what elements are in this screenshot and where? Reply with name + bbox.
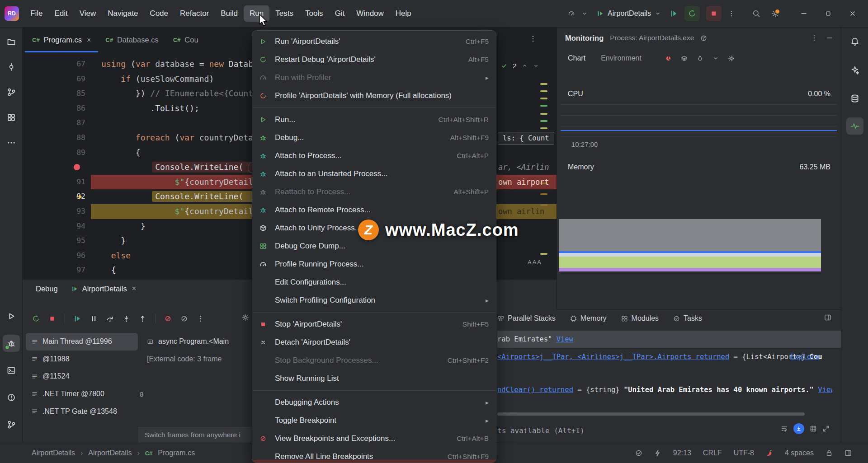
more-options-icon[interactable] bbox=[728, 10, 735, 17]
thread-row[interactable]: .NET TP Gate @13548 bbox=[26, 402, 138, 420]
console-link[interactable]: <Airports>j__TPar, <Airlines>j__TPar>.Ai… bbox=[497, 353, 729, 361]
debug-window-title[interactable]: Debug bbox=[36, 285, 58, 293]
soft-wrap-icon[interactable] bbox=[781, 425, 788, 432]
line-number[interactable]: 67 bbox=[22, 57, 85, 72]
stripe-mark[interactable] bbox=[540, 253, 547, 255]
version-control-icon[interactable] bbox=[3, 416, 20, 433]
run-icon[interactable] bbox=[3, 308, 20, 325]
more-options-icon[interactable] bbox=[197, 315, 204, 323]
menu-item-attach-to-process[interactable]: Attach to Process...Ctrl+Alt+P bbox=[252, 147, 496, 165]
menu-navigate[interactable]: Navigate bbox=[102, 5, 144, 22]
analysis-status-icon[interactable] bbox=[635, 449, 642, 457]
settings-gear-icon[interactable] bbox=[771, 9, 779, 18]
stripe-mark[interactable] bbox=[540, 127, 547, 129]
menu-file[interactable]: File bbox=[24, 5, 48, 22]
search-icon[interactable] bbox=[752, 9, 760, 18]
debug-session-tab[interactable]: AirportDetails × bbox=[71, 285, 136, 293]
more-tools-icon[interactable] bbox=[3, 134, 20, 151]
line-number[interactable]: 96 bbox=[22, 248, 85, 263]
step-out-icon[interactable] bbox=[139, 315, 146, 323]
hide-panel-icon[interactable] bbox=[826, 34, 833, 42]
line-number[interactable]: 69 bbox=[22, 72, 85, 87]
chevron-down-icon[interactable] bbox=[581, 10, 588, 17]
menu-window[interactable]: Window bbox=[350, 5, 389, 22]
menu-item-toggle-breakpoint[interactable]: Toggle Breakpoint▸ bbox=[252, 412, 496, 430]
mute-breakpoints-icon[interactable] bbox=[180, 315, 188, 323]
settings-gear-icon[interactable] bbox=[728, 55, 735, 62]
breadcrumb-item[interactable]: AirportDetails bbox=[32, 449, 75, 457]
menu-git[interactable]: Git bbox=[329, 5, 351, 22]
menu-edit[interactable]: Edit bbox=[48, 5, 73, 22]
tab-environment[interactable]: Environment bbox=[601, 54, 642, 62]
problems-icon[interactable] bbox=[3, 389, 20, 406]
more-options-icon[interactable] bbox=[811, 34, 818, 42]
line-number[interactable]: 95 bbox=[22, 234, 85, 248]
line-number[interactable]: 93 bbox=[22, 204, 85, 219]
scroll-to-end-icon[interactable] bbox=[793, 423, 804, 434]
resume-icon[interactable] bbox=[74, 315, 81, 323]
notifications-icon[interactable] bbox=[846, 33, 863, 50]
menu-item-attach-to-an-unstarted-process[interactable]: Attach to an Unstarted Process... bbox=[252, 165, 496, 183]
editor-tab-database-cs[interactable]: C#Database.cs bbox=[98, 28, 165, 52]
menu-item-stop-airportdetails[interactable]: Stop 'AirportDetails'Shift+F5 bbox=[252, 315, 496, 333]
horizontal-scrollbar[interactable] bbox=[497, 412, 805, 416]
minimize-button[interactable] bbox=[795, 6, 813, 21]
menu-tests[interactable]: Tests bbox=[269, 5, 299, 22]
menu-item-view-breakpoints-and-exceptions[interactable]: View Breakpoints and Exceptions...Ctrl+A… bbox=[252, 430, 496, 448]
breadcrumb-item[interactable]: AirportDetails bbox=[88, 449, 132, 457]
menu-item-profile-running-process[interactable]: Profile Running Process... bbox=[252, 255, 496, 273]
menu-refactor[interactable]: Refactor bbox=[174, 5, 215, 22]
maximize-button[interactable] bbox=[819, 6, 837, 21]
resume-program-icon[interactable] bbox=[670, 9, 678, 18]
menu-build[interactable]: Build bbox=[215, 5, 244, 22]
stripe-mark[interactable] bbox=[540, 113, 547, 115]
line-number[interactable]: 86 bbox=[22, 101, 85, 116]
editor-tab-program-cs[interactable]: C#Program.cs× bbox=[25, 28, 98, 52]
ai-assistant-icon[interactable] bbox=[846, 61, 863, 79]
terminal-icon[interactable] bbox=[3, 362, 20, 379]
close-button[interactable] bbox=[844, 6, 862, 21]
line-number[interactable]: 87 bbox=[22, 116, 85, 131]
line-number[interactable]: 89 bbox=[22, 145, 85, 160]
menu-item-switch-profiling-configuration[interactable]: Switch Profiling Configuration▸ bbox=[252, 291, 496, 309]
plugins-icon[interactable] bbox=[3, 109, 20, 126]
menu-view[interactable]: View bbox=[74, 5, 102, 22]
line-number[interactable]: 88 bbox=[22, 131, 85, 145]
console-link[interactable]: View bbox=[818, 386, 832, 394]
run-configuration-selector[interactable]: AirportDetails bbox=[594, 8, 664, 19]
close-icon[interactable]: × bbox=[87, 36, 91, 44]
menu-item-attach-to-remote-process[interactable]: Attach to Remote Process... bbox=[252, 201, 496, 219]
chevron-down-icon[interactable] bbox=[533, 63, 539, 69]
database-icon[interactable] bbox=[846, 90, 863, 107]
rerun-debug-icon[interactable] bbox=[32, 315, 40, 323]
chevron-up-icon[interactable] bbox=[522, 63, 528, 69]
file-writable-icon[interactable] bbox=[826, 449, 833, 457]
breadcrumb-item[interactable]: Program.cs bbox=[158, 449, 195, 457]
menu-item-debug[interactable]: Debug...Alt+Shift+F9 bbox=[252, 129, 496, 147]
help-icon[interactable] bbox=[700, 35, 707, 42]
monitoring-icon[interactable] bbox=[846, 117, 863, 135]
editor-tab-cou[interactable]: C#Cou bbox=[166, 28, 206, 52]
menu-item-show-running-list[interactable]: Show Running List bbox=[252, 369, 496, 388]
stripe-mark[interactable] bbox=[540, 90, 547, 92]
gc-icon[interactable] bbox=[697, 55, 703, 62]
stripe-mark[interactable] bbox=[540, 105, 547, 107]
console-link[interactable]: View bbox=[557, 335, 573, 343]
line-number[interactable]: 94 bbox=[22, 219, 85, 234]
stop-button[interactable] bbox=[706, 6, 722, 21]
debug-icon[interactable] bbox=[3, 335, 20, 352]
layers-icon[interactable] bbox=[681, 55, 688, 62]
menu-tools[interactable]: Tools bbox=[299, 5, 329, 22]
menu-code[interactable]: Code bbox=[144, 5, 174, 22]
pause-icon[interactable] bbox=[90, 315, 98, 323]
menu-item-run[interactable]: Run...Ctrl+Alt+Shift+R bbox=[252, 111, 496, 129]
pull-requests-icon[interactable] bbox=[3, 84, 20, 101]
commit-icon[interactable] bbox=[3, 58, 20, 75]
project-folder-icon[interactable] bbox=[3, 33, 20, 50]
expand-icon[interactable] bbox=[822, 425, 830, 432]
menu-item-profile-airportdetails-with-memory-full-allocations[interactable]: Profile 'AirportDetails' with Memory (Fu… bbox=[252, 87, 496, 105]
tab-chart[interactable]: Chart bbox=[568, 54, 585, 62]
rerun-button[interactable] bbox=[684, 6, 700, 21]
menu-item-edit-configurations[interactable]: Edit Configurations... bbox=[252, 273, 496, 291]
stripe-mark[interactable] bbox=[540, 120, 547, 122]
